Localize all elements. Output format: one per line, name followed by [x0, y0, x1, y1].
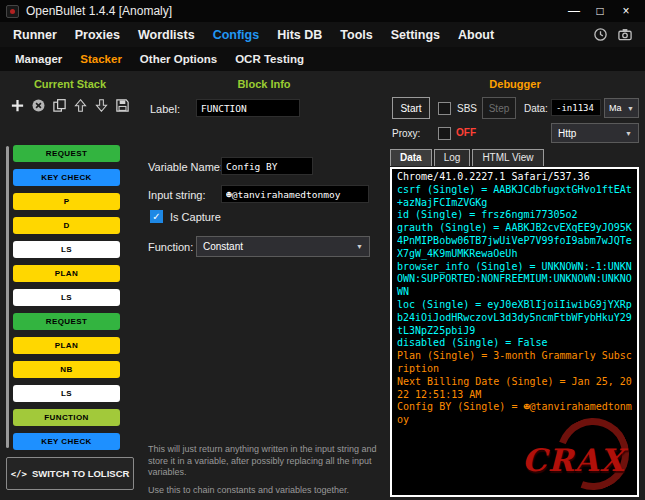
wordlist-type-select[interactable]: Ma ▼: [604, 98, 639, 118]
label-caption: Label:: [150, 103, 180, 115]
function-description-text-1: This will just return anything written i…: [148, 444, 386, 479]
sbs-label: SBS: [457, 103, 477, 114]
debugger-header: Debugger: [390, 78, 640, 90]
debugger-tabs: DataLogHTML View: [390, 149, 546, 166]
clone-block-icon[interactable]: [51, 95, 68, 115]
data-label: Data:: [524, 103, 548, 114]
debugger-output[interactable]: Chrome/41.0.2227.1 Safari/537.36csrf (Si…: [390, 167, 639, 497]
menu-items: RunnerProxiesWordlistsConfigsHits DBTool…: [4, 28, 503, 42]
stack-block-ls[interactable]: LS: [13, 241, 120, 258]
submenu-items: ManagerStackerOther OptionsOCR Testing: [6, 53, 313, 65]
save-stack-icon[interactable]: [114, 95, 131, 115]
close-button[interactable]: ×: [613, 0, 639, 22]
submenu-item-manager[interactable]: Manager: [6, 53, 71, 65]
move-down-icon[interactable]: [93, 95, 110, 115]
code-icon: </>: [11, 469, 27, 479]
menu-icons: [593, 27, 641, 42]
debug-line: loc (Single) = eyJ0eXBlIjoiIiwibG9jYXRpb…: [397, 299, 632, 337]
configs-sub-menu: ManagerStackerOther OptionsOCR Testing: [0, 47, 645, 71]
is-capture-label: Is Capture: [170, 211, 221, 223]
menu-item-settings[interactable]: Settings: [382, 28, 449, 42]
stack-block-ls[interactable]: LS: [13, 385, 120, 402]
proxy-status: OFF: [456, 127, 476, 138]
stack-block-plan[interactable]: PLAN: [13, 337, 120, 354]
menu-item-runner[interactable]: Runner: [4, 28, 66, 42]
proxy-label: Proxy:: [392, 128, 420, 139]
input-string-input[interactable]: [221, 185, 369, 203]
step-button[interactable]: Step: [482, 97, 516, 119]
debug-line: Next Billing Date (Single) = Jan 25, 202…: [397, 376, 632, 402]
switch-button-label: SWITCH TO LOLISCR: [32, 468, 129, 479]
stack-block-function[interactable]: FUNCTION: [13, 409, 120, 426]
debug-line: browser_info (Single) = UNKNOWN:-1:UNKNO…: [397, 261, 632, 299]
tab-log[interactable]: Log: [434, 149, 471, 166]
openbullet-window: OpenBullet 1.4.4 [Anomaly] — □ × RunnerP…: [0, 0, 645, 500]
submenu-item-ocr-testing[interactable]: OCR Testing: [226, 53, 313, 65]
tab-data[interactable]: Data: [390, 149, 432, 166]
start-button[interactable]: Start: [392, 97, 430, 119]
stack-block-plan[interactable]: PLAN: [13, 265, 120, 282]
chevron-down-icon: ▼: [627, 105, 634, 112]
sbs-checkbox[interactable]: [438, 102, 451, 115]
is-capture-row: ✓ Is Capture: [150, 210, 221, 223]
maximize-button[interactable]: □: [587, 0, 613, 22]
current-stack-header: Current Stack: [6, 78, 134, 90]
stack-scrollbar[interactable]: [6, 146, 9, 448]
menu-item-configs[interactable]: Configs: [204, 28, 269, 42]
remove-block-icon[interactable]: [30, 95, 47, 115]
stack-list: REQUESTKEY CHECKPDLSPLANLSREQUESTPLANNBL…: [13, 145, 120, 457]
block-info-header: Block Info: [140, 78, 388, 90]
window-title: OpenBullet 1.4.4 [Anomaly]: [26, 4, 172, 18]
tab-html-view[interactable]: HTML View: [472, 149, 543, 166]
check-icon: ✓: [152, 212, 160, 222]
stack-toolbar: [9, 95, 135, 115]
debug-line: csrf (Single) = AABKJCdbfugxtGHvo1ftEAt+…: [397, 184, 632, 210]
stack-block-nb[interactable]: NB: [13, 361, 120, 378]
debug-line: Config BY (Single) = ☻@tanvirahamedtonmo…: [397, 401, 632, 427]
history-icon[interactable]: [593, 27, 608, 42]
chevron-down-icon: ▼: [625, 130, 632, 137]
submenu-item-other-options[interactable]: Other Options: [131, 53, 226, 65]
debug-line: Plan (Single) = 3-month Grammarly Subscr…: [397, 350, 632, 376]
window-controls: — □ ×: [561, 0, 639, 22]
proxy-type-select[interactable]: Http ▼: [551, 123, 639, 143]
debug-line: disabled (Single) = False: [397, 337, 632, 350]
menu-item-hits-db[interactable]: Hits DB: [268, 28, 331, 42]
debug-data-input[interactable]: [551, 99, 601, 116]
variable-name-input[interactable]: [221, 157, 313, 175]
debug-line: Chrome/41.0.2227.1 Safari/537.36: [397, 171, 632, 184]
is-capture-checkbox[interactable]: ✓: [150, 210, 163, 223]
move-up-icon[interactable]: [72, 95, 89, 115]
label-input[interactable]: [196, 99, 300, 117]
app-icon: [6, 5, 19, 18]
debug-line: id (Single) = frsz6ngmi77305o2: [397, 209, 632, 222]
main-menu-bar: RunnerProxiesWordlistsConfigsHits DBTool…: [0, 22, 645, 47]
add-block-icon[interactable]: [9, 95, 26, 115]
variable-name-caption: Variable Name:: [148, 161, 223, 173]
menu-item-proxies[interactable]: Proxies: [66, 28, 129, 42]
stack-block-key-check[interactable]: KEY CHECK: [13, 433, 120, 450]
function-description-text-2: Use this to chain constants and variable…: [148, 485, 386, 497]
submenu-item-stacker[interactable]: Stacker: [71, 53, 131, 65]
title-bar: OpenBullet 1.4.4 [Anomaly] — □ ×: [0, 0, 645, 22]
chevron-down-icon: ▼: [356, 243, 363, 250]
stack-block-p[interactable]: P: [13, 193, 120, 210]
stack-block-ls[interactable]: LS: [13, 289, 120, 306]
function-select[interactable]: Constant ▼: [196, 236, 370, 257]
stack-block-d[interactable]: D: [13, 217, 120, 234]
switch-to-loliscript-button[interactable]: </> SWITCH TO LOLISCR: [6, 457, 134, 490]
proxy-checkbox[interactable]: [438, 127, 451, 140]
camera-icon[interactable]: [617, 27, 633, 42]
menu-item-about[interactable]: About: [449, 28, 503, 42]
debug-line: grauth (Single) = AABKJB2cvEXqEE9yJO95K4…: [397, 222, 632, 260]
stack-block-request[interactable]: REQUEST: [13, 313, 120, 330]
menu-item-tools[interactable]: Tools: [331, 28, 381, 42]
function-caption: Function:: [148, 241, 193, 253]
stack-block-request[interactable]: REQUEST: [13, 145, 120, 162]
menu-item-wordlists[interactable]: Wordlists: [129, 28, 204, 42]
stack-block-key-check[interactable]: KEY CHECK: [13, 169, 120, 186]
proxy-type-value: Http: [558, 128, 576, 139]
function-description: This will just return anything written i…: [148, 444, 386, 500]
function-select-value: Constant: [203, 241, 243, 252]
minimize-button[interactable]: —: [561, 0, 587, 22]
